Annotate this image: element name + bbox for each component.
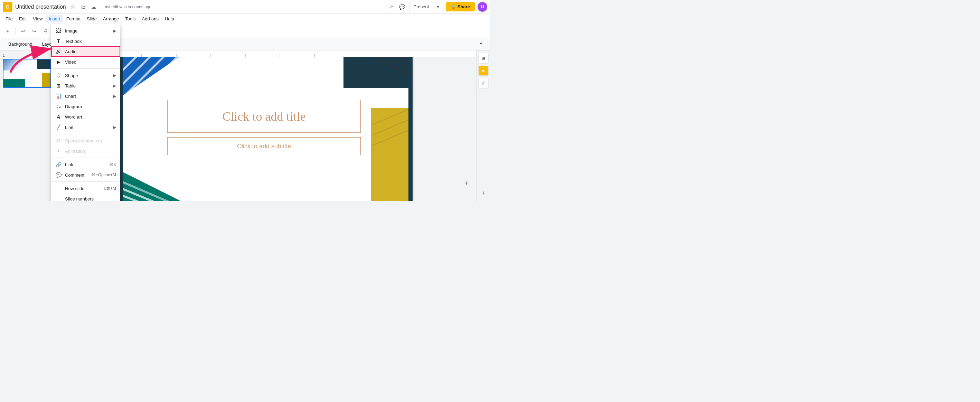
- star-button[interactable]: ☆: [69, 3, 77, 11]
- menu-divider-4: [51, 182, 120, 182]
- slide-thumbnail[interactable]: [3, 59, 51, 88]
- wordart-label: Word art: [65, 115, 116, 120]
- chart-label: Chart: [65, 94, 110, 99]
- insert-image-item[interactable]: 🖼 Image ▶: [51, 26, 120, 36]
- audio-icon: 🔊: [55, 48, 62, 54]
- last-edit-text: Last edit was seconds ago: [103, 5, 151, 10]
- image-label: Image: [65, 28, 110, 34]
- share-button[interactable]: 🔒 Share: [446, 2, 475, 11]
- insert-special-chars-item: Ω Special characters: [51, 136, 120, 146]
- insert-line-item[interactable]: ╱ Line ▶: [51, 122, 120, 132]
- wordart-icon: A: [55, 114, 62, 120]
- right-expand-button[interactable]: +: [480, 188, 487, 198]
- title-placeholder[interactable]: Click to add title: [167, 100, 361, 133]
- link-icon: 🔗: [55, 161, 62, 168]
- link-shortcut: ⌘K: [109, 162, 116, 167]
- animation-label: Animation: [65, 148, 116, 154]
- app-logo: G: [3, 2, 13, 12]
- menu-tools[interactable]: Tools: [123, 15, 138, 22]
- present-button[interactable]: Present ▼: [409, 2, 443, 12]
- user-avatar[interactable]: U: [477, 2, 487, 12]
- folder-button[interactable]: 🗂: [79, 3, 88, 11]
- document-title[interactable]: Untitled presentation: [15, 4, 66, 10]
- redo-button[interactable]: ↪: [29, 26, 39, 36]
- video-label: Video: [65, 59, 116, 65]
- image-icon: 🖼: [55, 28, 62, 34]
- comment-label: Comment: [65, 172, 88, 178]
- title-icons: ☆ 🗂 ☁ Last edit was seconds ago: [69, 3, 151, 11]
- textbox-icon: T: [55, 38, 62, 44]
- menu-edit[interactable]: Edit: [16, 15, 29, 22]
- insert-wordart-item[interactable]: A Word art: [51, 112, 120, 122]
- title-placeholder-text: Click to add title: [223, 109, 306, 124]
- comment-shortcut: ⌘+Option+M: [92, 172, 116, 177]
- menu-slide[interactable]: Slide: [84, 15, 100, 22]
- shape-arrow: ▶: [113, 73, 116, 78]
- undo-button[interactable]: ↩: [18, 26, 28, 36]
- print-button[interactable]: 🖨: [40, 26, 50, 36]
- audio-label: Audio: [65, 49, 116, 54]
- new-slide-shortcut: Ctrl+M: [103, 186, 116, 191]
- comment-icon: 💬: [55, 172, 62, 178]
- right-icon-grid[interactable]: ⊞: [479, 53, 488, 63]
- image-arrow: ▶: [113, 29, 116, 33]
- menu-help[interactable]: Help: [162, 15, 177, 22]
- right-icon-check[interactable]: ✓: [479, 78, 488, 88]
- subtitle-placeholder-text: Click to add subtitle: [237, 143, 291, 150]
- shape-icon: ⬡: [55, 72, 62, 78]
- insert-chart-item[interactable]: 📊 Chart ▶: [51, 91, 120, 101]
- menu-addons[interactable]: Add-ons: [139, 15, 161, 22]
- slide-numbers-label: Slide numbers: [65, 196, 116, 201]
- insert-textbox-item[interactable]: T Text box: [51, 36, 120, 46]
- menu-divider-3: [51, 158, 120, 158]
- diagram-label: Diagram: [65, 104, 116, 109]
- right-icon-circle[interactable]: ●: [479, 66, 488, 75]
- line-icon: ╱: [55, 124, 62, 130]
- menu-file[interactable]: File: [3, 15, 16, 22]
- add-button[interactable]: +: [3, 26, 13, 36]
- slide-thumb-preview: [3, 59, 51, 87]
- svg-line-17: [364, 57, 413, 70]
- special-chars-icon: Ω: [55, 137, 62, 144]
- menu-bar: File Edit View Insert Format Slide Arran…: [0, 14, 490, 24]
- background-button[interactable]: Background: [4, 40, 36, 48]
- insert-dropdown-menu: 🖼 Image ▶ T Text box 🔊 Audio ▶ Video ⬡ S…: [51, 24, 120, 201]
- insert-link-item[interactable]: 🔗 Link ⌘K: [51, 160, 120, 170]
- right-side-panel: ⊞ ● ✓ +: [476, 51, 490, 201]
- collapse-toolbar-button[interactable]: ▲: [477, 40, 484, 46]
- analytics-icon[interactable]: ↗: [387, 3, 395, 11]
- insert-audio-item[interactable]: 🔊 Audio: [51, 46, 120, 57]
- present-dropdown-arrow[interactable]: ▼: [433, 2, 443, 12]
- insert-slide-numbers-item[interactable]: Slide numbers: [51, 193, 120, 201]
- subtitle-placeholder[interactable]: Click to add subtitle: [167, 137, 361, 155]
- video-icon: ▶: [55, 59, 62, 65]
- table-label: Table: [65, 83, 110, 88]
- chart-arrow: ▶: [113, 94, 116, 99]
- chart-icon: 📊: [55, 93, 62, 99]
- menu-view[interactable]: View: [30, 15, 45, 22]
- cloud-button[interactable]: ☁: [89, 3, 98, 11]
- top-right-controls: ↗ 💬 Present ▼ 🔒 Share U: [387, 2, 487, 12]
- insert-video-item[interactable]: ▶ Video: [51, 57, 120, 67]
- insert-new-slide-item[interactable]: New slide Ctrl+M: [51, 183, 120, 193]
- gold-right-deco: [371, 108, 413, 201]
- comments-icon[interactable]: 💬: [398, 3, 406, 11]
- insert-diagram-item[interactable]: 🗂 Diagram: [51, 101, 120, 112]
- slide-number-label: 1: [3, 53, 52, 57]
- menu-divider-2: [51, 134, 120, 134]
- menu-insert[interactable]: Insert: [46, 15, 63, 22]
- menu-arrange[interactable]: Arrange: [100, 15, 122, 22]
- present-label: Present: [409, 2, 434, 12]
- table-arrow: ▶: [113, 84, 116, 88]
- table-icon: ⊞: [55, 83, 62, 89]
- line-arrow: ▶: [113, 125, 116, 129]
- slide-numbers-icon: [55, 196, 62, 201]
- shape-label: Shape: [65, 73, 110, 78]
- teal-stripes-deco: [119, 170, 223, 201]
- insert-comment-item[interactable]: 💬 Comment ⌘+Option+M: [51, 170, 120, 180]
- insert-shape-item[interactable]: ⬡ Shape ▶: [51, 70, 120, 81]
- add-element-button[interactable]: +: [462, 179, 471, 187]
- new-slide-label: New slide: [65, 186, 100, 191]
- menu-format[interactable]: Format: [64, 15, 83, 22]
- insert-table-item[interactable]: ⊞ Table ▶: [51, 81, 120, 91]
